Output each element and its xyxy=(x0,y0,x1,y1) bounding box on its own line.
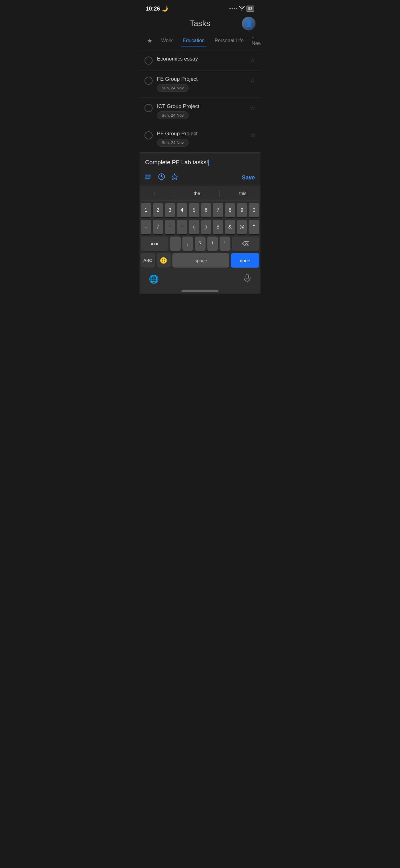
task-checkbox[interactable] xyxy=(144,104,153,112)
bottom-row: ABC 🙂 space done xyxy=(141,253,259,268)
key-period[interactable]: . xyxy=(170,237,181,251)
tab-new[interactable]: + New xyxy=(249,31,261,50)
text-cursor xyxy=(208,160,209,166)
key-comma[interactable]: , xyxy=(182,237,193,251)
microphone-icon[interactable] xyxy=(243,274,251,285)
suggestion-item[interactable]: this xyxy=(233,189,253,197)
home-bar xyxy=(181,290,219,292)
keyboard[interactable]: i the this 1 2 3 4 5 6 7 8 9 0 - / : ; (… xyxy=(139,186,261,271)
number-row: 1 2 3 4 5 6 7 8 9 0 xyxy=(141,203,259,217)
task-input-field[interactable]: Complete PF Lab tasks! xyxy=(145,159,255,168)
key-emoji[interactable]: 🙂 xyxy=(157,253,171,268)
star-icon[interactable] xyxy=(171,173,178,182)
suggestions-row: i the this xyxy=(141,188,259,200)
avatar-image: 👤 xyxy=(242,17,256,30)
task-date-badge: Sun, 24 Nov xyxy=(157,112,189,119)
key-lparen[interactable]: ( xyxy=(189,220,199,234)
task-content: PF Group Project Sun, 24 Nov xyxy=(157,131,245,147)
tab-personal-life[interactable]: Personal Life xyxy=(210,34,248,47)
task-title: PF Group Project xyxy=(157,131,245,137)
input-area[interactable]: Complete PF Lab tasks! Save xyxy=(139,152,261,186)
key-quote[interactable]: " xyxy=(249,220,259,234)
signal-icon xyxy=(229,8,237,9)
suggestion-item[interactable]: the xyxy=(188,189,206,197)
key-space[interactable]: space xyxy=(172,253,229,268)
task-star-icon[interactable]: ☆ xyxy=(250,104,256,112)
input-toolbar: Save xyxy=(145,173,255,182)
task-item[interactable]: FE Group Project Sun, 24 Nov ☆ xyxy=(139,70,261,98)
clock-icon[interactable] xyxy=(158,173,165,182)
key-4[interactable]: 4 xyxy=(177,203,187,217)
key-semicolon[interactable]: ; xyxy=(177,220,187,234)
task-content: Economics essay xyxy=(157,56,245,64)
key-exclaim[interactable]: ! xyxy=(207,237,218,251)
task-star-icon[interactable]: ☆ xyxy=(250,57,256,64)
task-title: ICT Group Project xyxy=(157,103,245,110)
svg-line-5 xyxy=(162,177,163,178)
key-rparen[interactable]: ) xyxy=(201,220,211,234)
symbol-row-2: #+= . , ? ! ' xyxy=(141,237,259,251)
tab-education[interactable]: Education xyxy=(178,34,210,47)
task-date-badge: Sun, 24 Nov xyxy=(157,84,189,92)
battery-icon: 52 xyxy=(246,6,254,12)
key-7[interactable]: 7 xyxy=(213,203,223,217)
bottom-system-bar: 🌐 xyxy=(139,271,261,287)
save-button[interactable]: Save xyxy=(242,175,255,181)
key-8[interactable]: 8 xyxy=(225,203,235,217)
home-indicator xyxy=(139,287,261,294)
key-9[interactable]: 9 xyxy=(237,203,247,217)
status-bar: 10:26 🌙 52 xyxy=(139,0,261,16)
key-2[interactable]: 2 xyxy=(153,203,163,217)
avatar[interactable]: 👤 xyxy=(242,17,256,30)
globe-icon[interactable]: 🌐 xyxy=(149,274,159,284)
task-content: FE Group Project Sun, 24 Nov xyxy=(157,76,245,92)
task-star-icon[interactable]: ☆ xyxy=(250,77,256,84)
moon-icon: 🌙 xyxy=(162,6,168,12)
key-0[interactable]: 0 xyxy=(249,203,259,217)
starred-tab[interactable]: ★ xyxy=(143,34,156,48)
tab-work[interactable]: Work xyxy=(156,34,178,47)
key-1[interactable]: 1 xyxy=(141,203,151,217)
status-time: 10:26 xyxy=(146,6,160,12)
suggestion-item[interactable]: i xyxy=(147,189,161,197)
key-3[interactable]: 3 xyxy=(165,203,175,217)
symbol-row-1: - / : ; ( ) $ & @ " xyxy=(141,220,259,234)
key-6[interactable]: 6 xyxy=(201,203,211,217)
task-checkbox[interactable] xyxy=(144,57,153,65)
task-item[interactable]: Economics essay ☆ xyxy=(139,50,261,70)
key-hashplus[interactable]: #+= xyxy=(141,237,168,251)
key-amp[interactable]: & xyxy=(225,220,235,234)
key-at[interactable]: @ xyxy=(237,220,247,234)
key-dollar[interactable]: $ xyxy=(213,220,223,234)
header: Tasks 👤 xyxy=(139,16,261,31)
list-icon[interactable] xyxy=(145,174,152,182)
task-date-badge: Sun, 24 Nov xyxy=(157,139,189,147)
delete-key[interactable] xyxy=(232,237,260,251)
task-star-icon[interactable]: ☆ xyxy=(250,131,256,139)
task-list: Economics essay ☆ FE Group Project Sun, … xyxy=(139,50,261,152)
divider xyxy=(174,191,174,197)
task-title: FE Group Project xyxy=(157,76,245,82)
key-abc[interactable]: ABC xyxy=(141,253,155,268)
key-apostrophe[interactable]: ' xyxy=(220,237,230,251)
key-slash[interactable]: / xyxy=(153,220,163,234)
svg-rect-9 xyxy=(246,274,248,279)
key-done[interactable]: done xyxy=(231,253,259,268)
key-question[interactable]: ? xyxy=(195,237,206,251)
wifi-icon xyxy=(239,6,245,11)
page-title: Tasks xyxy=(190,19,210,28)
key-5[interactable]: 5 xyxy=(189,203,199,217)
tabs-bar: ★ Work Education Personal Life + New xyxy=(139,31,261,50)
task-checkbox[interactable] xyxy=(144,77,153,85)
status-icons: 52 xyxy=(229,6,254,12)
task-content: ICT Group Project Sun, 24 Nov xyxy=(157,103,245,119)
divider xyxy=(220,191,220,197)
key-dash[interactable]: - xyxy=(141,220,151,234)
task-item[interactable]: PF Group Project Sun, 24 Nov ☆ xyxy=(139,125,261,152)
task-checkbox[interactable] xyxy=(144,131,153,140)
task-title: Economics essay xyxy=(157,56,245,62)
key-colon[interactable]: : xyxy=(165,220,175,234)
task-item[interactable]: ICT Group Project Sun, 24 Nov ☆ xyxy=(139,98,261,125)
svg-marker-6 xyxy=(172,174,178,180)
